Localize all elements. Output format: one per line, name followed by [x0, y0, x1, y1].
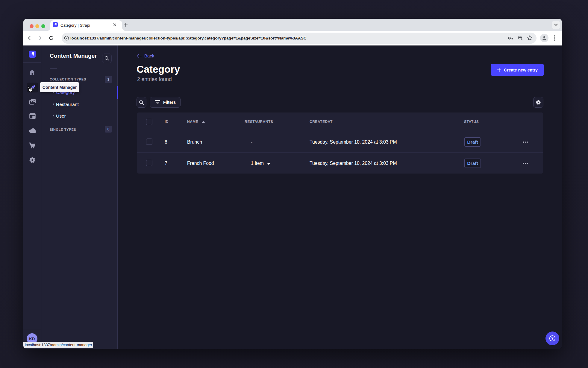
svg-text:?: ? [551, 336, 554, 340]
